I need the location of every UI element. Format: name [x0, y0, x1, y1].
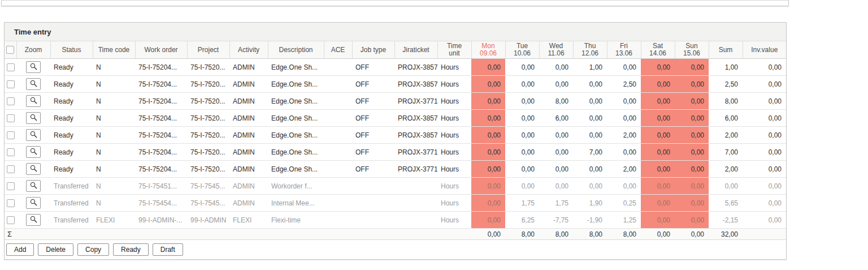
cell-sat[interactable]: 0,00	[641, 178, 675, 195]
cell-thu[interactable]: 0,00	[573, 110, 607, 127]
cell-fri[interactable]: 0,00	[607, 93, 641, 110]
cell-sat[interactable]: 0,00	[641, 93, 675, 110]
cell-sun[interactable]: 0,00	[675, 59, 709, 76]
cell-thu[interactable]: 7,00	[573, 144, 607, 161]
cell-tue[interactable]: 0,00	[505, 178, 539, 195]
cell-fri[interactable]: 1,25	[607, 212, 641, 229]
zoom-row-button[interactable]	[26, 61, 41, 73]
cell-wed[interactable]: 6,00	[539, 110, 573, 127]
cell-fri[interactable]: 0,00	[607, 59, 641, 76]
row-checkbox[interactable]	[7, 182, 15, 190]
cell-mon[interactable]: 0,00	[471, 76, 505, 93]
cell-wed[interactable]: -7,75	[539, 212, 573, 229]
cell-sun[interactable]: 0,00	[675, 93, 709, 110]
zoom-row-button[interactable]	[26, 78, 41, 90]
zoom-row-button[interactable]	[26, 112, 41, 124]
cell-mon[interactable]: 0,00	[471, 144, 505, 161]
cell-tue[interactable]: 1,75	[505, 195, 539, 212]
zoom-row-button[interactable]	[26, 129, 41, 141]
add-button[interactable]: Add	[6, 243, 34, 256]
cell-tue[interactable]: 0,00	[505, 161, 539, 178]
copy-button[interactable]: Copy	[77, 243, 109, 256]
row-checkbox[interactable]	[7, 63, 15, 71]
cell-sun[interactable]: 0,00	[675, 195, 709, 212]
row-checkbox[interactable]	[7, 165, 15, 173]
cell-sat[interactable]: 0,00	[641, 212, 675, 229]
cell-thu[interactable]: 0,00	[573, 127, 607, 144]
cell-thu[interactable]: 0,00	[573, 178, 607, 195]
cell-wed[interactable]: 0,00	[539, 161, 573, 178]
row-checkbox[interactable]	[7, 216, 15, 224]
cell-mon[interactable]: 0,00	[471, 161, 505, 178]
cell-sun[interactable]: 0,00	[675, 127, 709, 144]
cell-fri[interactable]: 2,00	[607, 127, 641, 144]
cell-wed[interactable]: 8,00	[539, 93, 573, 110]
row-checkbox[interactable]	[7, 80, 15, 88]
cell-mon[interactable]: 0,00	[471, 93, 505, 110]
row-checkbox[interactable]	[7, 114, 15, 122]
zoom-row-button[interactable]	[26, 180, 41, 192]
zoom-row-button[interactable]	[26, 163, 41, 175]
cell-mon[interactable]: 0,00	[471, 178, 505, 195]
cell-sun[interactable]: 0,00	[675, 144, 709, 161]
cell-sun[interactable]: 0,00	[675, 178, 709, 195]
cell-wed[interactable]: 0,00	[539, 178, 573, 195]
cell-fri[interactable]: 0,25	[607, 195, 641, 212]
cell-wed[interactable]: 0,00	[539, 59, 573, 76]
row-checkbox[interactable]	[7, 131, 15, 139]
cell-fri[interactable]: 0,00	[607, 178, 641, 195]
cell-mon[interactable]: 0,00	[471, 59, 505, 76]
cell-sun[interactable]: 0,00	[675, 76, 709, 93]
cell-tue[interactable]: 0,00	[505, 59, 539, 76]
cell-tue[interactable]: 0,00	[505, 110, 539, 127]
row-checkbox[interactable]	[7, 199, 15, 207]
cell-tue[interactable]: 0,00	[505, 93, 539, 110]
cell-fri[interactable]: 2,00	[607, 161, 641, 178]
cell-fri[interactable]: 0,00	[607, 110, 641, 127]
zoom-row-button[interactable]	[26, 95, 41, 107]
cell-jiraticket: PROJX-3771	[394, 161, 437, 178]
cell-mon[interactable]: 0,00	[471, 110, 505, 127]
draft-button[interactable]: Draft	[153, 243, 183, 256]
cell-ace	[324, 76, 352, 93]
cell-work_order: 75-I-75204...	[135, 144, 187, 161]
cell-fri[interactable]: 2,50	[607, 76, 641, 93]
cell-thu[interactable]: 1,90	[573, 195, 607, 212]
cell-tue[interactable]: 0,00	[505, 144, 539, 161]
row-checkbox[interactable]	[7, 148, 15, 156]
cell-wed[interactable]: 0,00	[539, 127, 573, 144]
collapsed-top-panel[interactable]	[1, 0, 789, 6]
cell-mon[interactable]: 0,00	[471, 212, 505, 229]
cell-thu[interactable]: -1,90	[573, 212, 607, 229]
cell-sat[interactable]: 0,00	[641, 195, 675, 212]
cell-sat[interactable]: 0,00	[641, 110, 675, 127]
cell-thu[interactable]: 0,00	[573, 93, 607, 110]
cell-fri[interactable]: 0,00	[607, 144, 641, 161]
cell-sun[interactable]: 0,00	[675, 212, 709, 229]
zoom-row-button[interactable]	[26, 197, 41, 209]
cell-sun[interactable]: 0,00	[675, 110, 709, 127]
cell-sun[interactable]: 0,00	[675, 161, 709, 178]
cell-wed[interactable]: 1,75	[539, 195, 573, 212]
cell-tue[interactable]: 0,00	[505, 127, 539, 144]
delete-button[interactable]: Delete	[38, 243, 73, 256]
cell-tue[interactable]: 0,00	[505, 76, 539, 93]
select-all-checkbox[interactable]	[6, 46, 14, 54]
cell-sat[interactable]: 0,00	[641, 127, 675, 144]
cell-sat[interactable]: 0,00	[641, 59, 675, 76]
cell-thu[interactable]: 0,00	[573, 76, 607, 93]
cell-mon[interactable]: 0,00	[471, 195, 505, 212]
cell-mon[interactable]: 0,00	[471, 127, 505, 144]
cell-thu[interactable]: 0,00	[573, 161, 607, 178]
row-checkbox[interactable]	[7, 97, 15, 105]
cell-wed[interactable]: 0,00	[539, 76, 573, 93]
cell-sat[interactable]: 0,00	[641, 76, 675, 93]
cell-sat[interactable]: 0,00	[641, 144, 675, 161]
cell-sat[interactable]: 0,00	[641, 161, 675, 178]
zoom-row-button[interactable]	[26, 214, 41, 226]
cell-tue[interactable]: 6,25	[505, 212, 539, 229]
cell-wed[interactable]: 0,00	[539, 144, 573, 161]
zoom-row-button[interactable]	[26, 146, 41, 158]
ready-button[interactable]: Ready	[113, 243, 149, 256]
cell-thu[interactable]: 1,00	[573, 59, 607, 76]
